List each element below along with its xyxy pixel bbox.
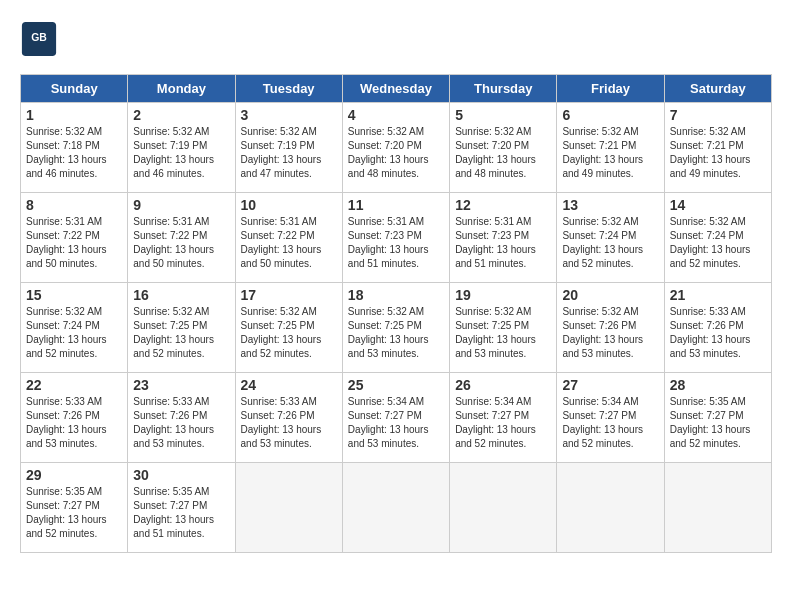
weekday-header-thursday: Thursday xyxy=(450,75,557,103)
calendar-cell xyxy=(235,463,342,553)
cell-info: Sunrise: 5:31 AMSunset: 7:22 PMDaylight:… xyxy=(133,215,229,271)
day-number: 26 xyxy=(455,377,551,393)
weekday-header-saturday: Saturday xyxy=(664,75,771,103)
day-number: 27 xyxy=(562,377,658,393)
calendar-cell: 19 Sunrise: 5:32 AMSunset: 7:25 PMDaylig… xyxy=(450,283,557,373)
calendar-cell: 7 Sunrise: 5:32 AMSunset: 7:21 PMDayligh… xyxy=(664,103,771,193)
cell-info: Sunrise: 5:33 AMSunset: 7:26 PMDaylight:… xyxy=(241,395,337,451)
day-number: 9 xyxy=(133,197,229,213)
day-number: 10 xyxy=(241,197,337,213)
cell-info: Sunrise: 5:32 AMSunset: 7:20 PMDaylight:… xyxy=(455,125,551,181)
day-number: 20 xyxy=(562,287,658,303)
calendar-cell: 5 Sunrise: 5:32 AMSunset: 7:20 PMDayligh… xyxy=(450,103,557,193)
calendar-cell: 15 Sunrise: 5:32 AMSunset: 7:24 PMDaylig… xyxy=(21,283,128,373)
page-header: GB xyxy=(20,20,772,58)
calendar-cell: 16 Sunrise: 5:32 AMSunset: 7:25 PMDaylig… xyxy=(128,283,235,373)
calendar-cell: 1 Sunrise: 5:32 AMSunset: 7:18 PMDayligh… xyxy=(21,103,128,193)
cell-info: Sunrise: 5:33 AMSunset: 7:26 PMDaylight:… xyxy=(26,395,122,451)
day-number: 11 xyxy=(348,197,444,213)
cell-info: Sunrise: 5:32 AMSunset: 7:21 PMDaylight:… xyxy=(670,125,766,181)
calendar-cell: 10 Sunrise: 5:31 AMSunset: 7:22 PMDaylig… xyxy=(235,193,342,283)
day-number: 6 xyxy=(562,107,658,123)
day-number: 16 xyxy=(133,287,229,303)
day-number: 3 xyxy=(241,107,337,123)
calendar-cell: 29 Sunrise: 5:35 AMSunset: 7:27 PMDaylig… xyxy=(21,463,128,553)
calendar-cell: 9 Sunrise: 5:31 AMSunset: 7:22 PMDayligh… xyxy=(128,193,235,283)
calendar-cell: 3 Sunrise: 5:32 AMSunset: 7:19 PMDayligh… xyxy=(235,103,342,193)
cell-info: Sunrise: 5:35 AMSunset: 7:27 PMDaylight:… xyxy=(133,485,229,541)
day-number: 14 xyxy=(670,197,766,213)
day-number: 8 xyxy=(26,197,122,213)
calendar-cell: 22 Sunrise: 5:33 AMSunset: 7:26 PMDaylig… xyxy=(21,373,128,463)
cell-info: Sunrise: 5:31 AMSunset: 7:22 PMDaylight:… xyxy=(26,215,122,271)
cell-info: Sunrise: 5:32 AMSunset: 7:24 PMDaylight:… xyxy=(562,215,658,271)
calendar-week-row: 8 Sunrise: 5:31 AMSunset: 7:22 PMDayligh… xyxy=(21,193,772,283)
calendar-cell: 23 Sunrise: 5:33 AMSunset: 7:26 PMDaylig… xyxy=(128,373,235,463)
calendar-cell: 27 Sunrise: 5:34 AMSunset: 7:27 PMDaylig… xyxy=(557,373,664,463)
cell-info: Sunrise: 5:34 AMSunset: 7:27 PMDaylight:… xyxy=(562,395,658,451)
calendar-cell: 30 Sunrise: 5:35 AMSunset: 7:27 PMDaylig… xyxy=(128,463,235,553)
day-number: 13 xyxy=(562,197,658,213)
cell-info: Sunrise: 5:32 AMSunset: 7:25 PMDaylight:… xyxy=(241,305,337,361)
cell-info: Sunrise: 5:35 AMSunset: 7:27 PMDaylight:… xyxy=(26,485,122,541)
calendar-cell: 24 Sunrise: 5:33 AMSunset: 7:26 PMDaylig… xyxy=(235,373,342,463)
cell-info: Sunrise: 5:32 AMSunset: 7:26 PMDaylight:… xyxy=(562,305,658,361)
cell-info: Sunrise: 5:32 AMSunset: 7:24 PMDaylight:… xyxy=(670,215,766,271)
cell-info: Sunrise: 5:32 AMSunset: 7:25 PMDaylight:… xyxy=(133,305,229,361)
day-number: 23 xyxy=(133,377,229,393)
day-number: 5 xyxy=(455,107,551,123)
calendar-cell: 8 Sunrise: 5:31 AMSunset: 7:22 PMDayligh… xyxy=(21,193,128,283)
logo-icon: GB xyxy=(20,20,58,58)
calendar-week-row: 29 Sunrise: 5:35 AMSunset: 7:27 PMDaylig… xyxy=(21,463,772,553)
logo: GB xyxy=(20,20,62,58)
calendar-cell xyxy=(557,463,664,553)
weekday-header-row: SundayMondayTuesdayWednesdayThursdayFrid… xyxy=(21,75,772,103)
calendar-table: SundayMondayTuesdayWednesdayThursdayFrid… xyxy=(20,74,772,553)
cell-info: Sunrise: 5:33 AMSunset: 7:26 PMDaylight:… xyxy=(670,305,766,361)
calendar-cell: 21 Sunrise: 5:33 AMSunset: 7:26 PMDaylig… xyxy=(664,283,771,373)
cell-info: Sunrise: 5:35 AMSunset: 7:27 PMDaylight:… xyxy=(670,395,766,451)
day-number: 19 xyxy=(455,287,551,303)
calendar-cell: 26 Sunrise: 5:34 AMSunset: 7:27 PMDaylig… xyxy=(450,373,557,463)
calendar-cell: 12 Sunrise: 5:31 AMSunset: 7:23 PMDaylig… xyxy=(450,193,557,283)
cell-info: Sunrise: 5:34 AMSunset: 7:27 PMDaylight:… xyxy=(455,395,551,451)
day-number: 18 xyxy=(348,287,444,303)
calendar-week-row: 1 Sunrise: 5:32 AMSunset: 7:18 PMDayligh… xyxy=(21,103,772,193)
calendar-cell xyxy=(342,463,449,553)
day-number: 29 xyxy=(26,467,122,483)
cell-info: Sunrise: 5:34 AMSunset: 7:27 PMDaylight:… xyxy=(348,395,444,451)
weekday-header-monday: Monday xyxy=(128,75,235,103)
day-number: 15 xyxy=(26,287,122,303)
calendar-cell: 20 Sunrise: 5:32 AMSunset: 7:26 PMDaylig… xyxy=(557,283,664,373)
calendar-cell: 13 Sunrise: 5:32 AMSunset: 7:24 PMDaylig… xyxy=(557,193,664,283)
day-number: 2 xyxy=(133,107,229,123)
cell-info: Sunrise: 5:32 AMSunset: 7:25 PMDaylight:… xyxy=(348,305,444,361)
day-number: 30 xyxy=(133,467,229,483)
cell-info: Sunrise: 5:32 AMSunset: 7:19 PMDaylight:… xyxy=(241,125,337,181)
day-number: 21 xyxy=(670,287,766,303)
cell-info: Sunrise: 5:31 AMSunset: 7:23 PMDaylight:… xyxy=(348,215,444,271)
cell-info: Sunrise: 5:32 AMSunset: 7:21 PMDaylight:… xyxy=(562,125,658,181)
calendar-week-row: 15 Sunrise: 5:32 AMSunset: 7:24 PMDaylig… xyxy=(21,283,772,373)
calendar-cell xyxy=(664,463,771,553)
calendar-week-row: 22 Sunrise: 5:33 AMSunset: 7:26 PMDaylig… xyxy=(21,373,772,463)
cell-info: Sunrise: 5:32 AMSunset: 7:25 PMDaylight:… xyxy=(455,305,551,361)
calendar-cell: 25 Sunrise: 5:34 AMSunset: 7:27 PMDaylig… xyxy=(342,373,449,463)
calendar-cell: 28 Sunrise: 5:35 AMSunset: 7:27 PMDaylig… xyxy=(664,373,771,463)
day-number: 7 xyxy=(670,107,766,123)
weekday-header-friday: Friday xyxy=(557,75,664,103)
day-number: 24 xyxy=(241,377,337,393)
calendar-cell: 18 Sunrise: 5:32 AMSunset: 7:25 PMDaylig… xyxy=(342,283,449,373)
cell-info: Sunrise: 5:32 AMSunset: 7:18 PMDaylight:… xyxy=(26,125,122,181)
cell-info: Sunrise: 5:32 AMSunset: 7:19 PMDaylight:… xyxy=(133,125,229,181)
day-number: 12 xyxy=(455,197,551,213)
calendar-cell: 6 Sunrise: 5:32 AMSunset: 7:21 PMDayligh… xyxy=(557,103,664,193)
calendar-cell: 11 Sunrise: 5:31 AMSunset: 7:23 PMDaylig… xyxy=(342,193,449,283)
cell-info: Sunrise: 5:33 AMSunset: 7:26 PMDaylight:… xyxy=(133,395,229,451)
day-number: 1 xyxy=(26,107,122,123)
svg-text:GB: GB xyxy=(31,32,47,43)
calendar-cell xyxy=(450,463,557,553)
day-number: 17 xyxy=(241,287,337,303)
cell-info: Sunrise: 5:32 AMSunset: 7:20 PMDaylight:… xyxy=(348,125,444,181)
cell-info: Sunrise: 5:32 AMSunset: 7:24 PMDaylight:… xyxy=(26,305,122,361)
